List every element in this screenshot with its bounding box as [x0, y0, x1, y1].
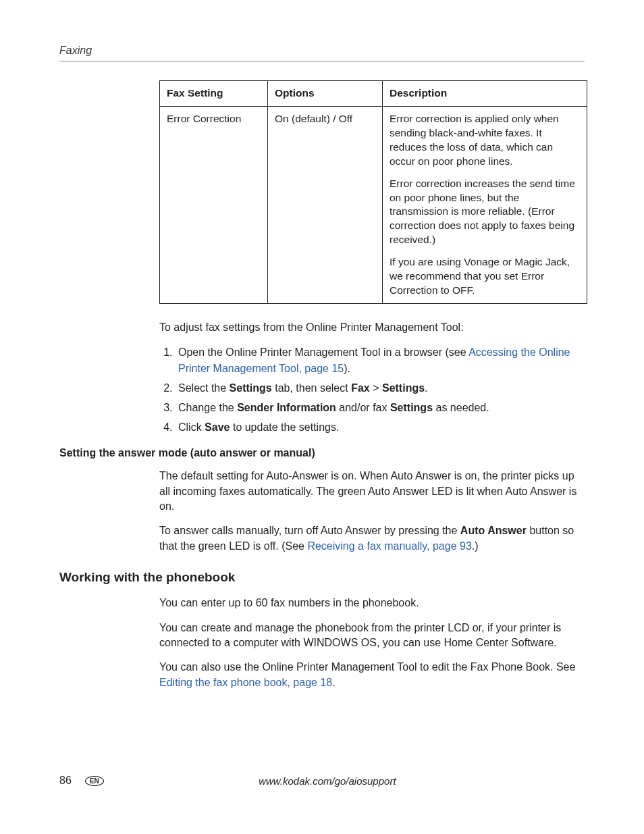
heading-answer-mode: Setting the answer mode (auto answer or … — [59, 447, 585, 459]
footer-url: www.kodak.com/go/aiosupport — [104, 775, 551, 787]
step-bold: Settings — [390, 402, 433, 413]
step-text: ). — [344, 363, 350, 374]
text-run: . — [332, 677, 335, 688]
table-row: Error Correction On (default) / Off Erro… — [160, 106, 587, 303]
cell-setting: Error Correction — [160, 106, 268, 303]
step-bold: Fax — [351, 382, 370, 394]
link-receiving-fax[interactable]: Receiving a fax manually, page 93 — [307, 540, 471, 552]
body-text: You can also use the Online Printer Mana… — [159, 660, 585, 690]
page: Faxing Fax Setting Options Description E… — [0, 0, 644, 834]
heading-phonebook: Working with the phonebook — [59, 570, 585, 585]
th-options: Options — [268, 81, 383, 107]
step-text: to update the settings. — [230, 421, 339, 433]
link-editing-phonebook[interactable]: Editing the fax phone book, page 18 — [159, 677, 332, 688]
step-bold: Sender Information — [237, 402, 336, 413]
main-content: Fax Setting Options Description Error Co… — [159, 80, 585, 435]
desc-para: Error correction is applied only when se… — [390, 112, 580, 169]
text-run: To answer calls manually, turn off Auto … — [159, 525, 460, 536]
text-bold: Auto Answer — [460, 525, 527, 536]
body-text: You can create and manage the phonebook … — [159, 621, 585, 651]
page-footer: 86 EN www.kodak.com/go/aiosupport — [59, 775, 585, 787]
body-text: To answer calls manually, turn off Auto … — [159, 523, 585, 554]
step-bold: Save — [205, 421, 230, 433]
language-badge: EN — [85, 776, 104, 786]
step-item: Select the Settings tab, then select Fax… — [176, 380, 585, 396]
intro-text: To adjust fax settings from the Online P… — [159, 320, 585, 335]
step-text: Select the — [178, 382, 230, 394]
th-description: Description — [383, 81, 587, 107]
step-bold: Settings — [382, 382, 425, 394]
step-text: as needed. — [433, 402, 489, 413]
steps-list: Open the Online Printer Management Tool … — [159, 344, 585, 435]
desc-para: Error correction increases the send time… — [390, 177, 580, 248]
step-text: tab, then select — [272, 382, 351, 394]
th-setting: Fax Setting — [160, 81, 268, 107]
step-text: Open the Online Printer Management Tool … — [178, 346, 468, 358]
cell-options: On (default) / Off — [268, 106, 383, 303]
body-text: The default setting for Auto-Answer is o… — [159, 469, 585, 514]
page-number: 86 — [59, 775, 72, 787]
step-item: Click Save to update the settings. — [176, 419, 585, 435]
cell-description: Error correction is applied only when se… — [383, 106, 587, 303]
desc-para: If you are using Vonage or Magic Jack, w… — [390, 255, 580, 298]
running-header: Faxing — [59, 45, 585, 61]
step-text: Click — [178, 421, 205, 433]
step-text: > — [370, 382, 382, 394]
step-text: and/or fax — [336, 402, 390, 413]
phonebook-content: You can enter up to 60 fax numbers in th… — [159, 596, 585, 690]
body-text: You can enter up to 60 fax numbers in th… — [159, 596, 585, 610]
fax-settings-table: Fax Setting Options Description Error Co… — [159, 80, 587, 304]
text-run: You can also use the Online Printer Mana… — [159, 661, 575, 673]
step-bold: Settings — [230, 382, 272, 394]
step-item: Change the Sender Information and/or fax… — [176, 400, 585, 415]
step-item: Open the Online Printer Management Tool … — [176, 344, 585, 375]
answer-mode-content: The default setting for Auto-Answer is o… — [159, 469, 585, 554]
text-run: .) — [472, 540, 479, 552]
step-text: . — [425, 382, 427, 394]
step-text: Change the — [178, 402, 237, 413]
table-header-row: Fax Setting Options Description — [160, 81, 587, 107]
